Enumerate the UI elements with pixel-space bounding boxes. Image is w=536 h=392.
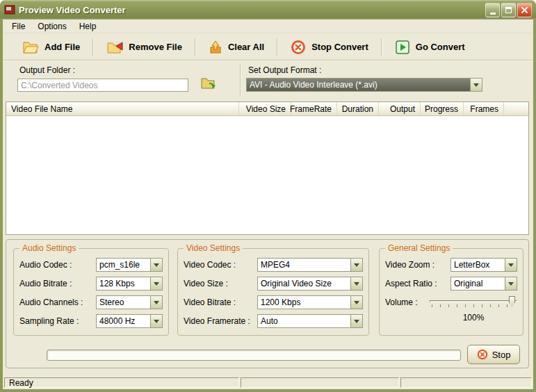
chevron-down-icon[interactable]	[150, 259, 162, 271]
column-header-progress[interactable]: Progress	[421, 102, 464, 115]
close-button[interactable]	[517, 3, 532, 17]
progress-bar	[47, 350, 461, 361]
column-header-video-size[interactable]: Video Size	[239, 102, 291, 115]
chevron-glyph	[154, 263, 159, 267]
video-framerate-row: Video Framerate : Auto	[184, 314, 363, 328]
status-panel-2	[241, 377, 399, 388]
sampling-rate-row: Sampling Rate : 48000 Hz	[19, 314, 163, 328]
stop-button[interactable]: Stop	[467, 345, 520, 364]
chevron-down-icon[interactable]	[150, 277, 162, 290]
audio-channels-select[interactable]: Stereo	[96, 295, 163, 309]
audio-bitrate-select[interactable]: 128 Kbps	[96, 277, 163, 291]
add-file-icon	[22, 40, 39, 54]
video-zoom-value: LetterBox	[451, 259, 505, 271]
status-panel-main: Ready	[4, 377, 239, 388]
menu-options[interactable]: Options	[31, 20, 72, 33]
chevron-down-icon[interactable]	[350, 277, 362, 290]
chevron-down-icon[interactable]	[505, 277, 517, 290]
video-size-select[interactable]: Original Video Size	[257, 277, 363, 291]
file-list-header: Video File Name Video Size FrameRate Dur…	[6, 102, 528, 116]
chevron-glyph	[354, 263, 359, 267]
video-settings-group: Video Settings Video Codec : MPEG4 Video…	[177, 248, 369, 336]
file-list: Video File Name Video Size FrameRate Dur…	[6, 101, 529, 235]
audio-settings-group: Audio Settings Audio Codec : pcm_s16le A…	[13, 248, 169, 336]
volume-slider[interactable]	[430, 296, 517, 309]
video-zoom-row: Video Zoom : LetterBox	[385, 258, 517, 272]
video-framerate-label: Video Framerate :	[184, 316, 250, 326]
column-header-video-file-name[interactable]: Video File Name	[6, 102, 239, 115]
output-format-value: AVI - Audio Video Interleave (*.avi)	[247, 79, 470, 91]
chevron-down-icon[interactable]	[505, 259, 517, 271]
video-zoom-label: Video Zoom :	[385, 260, 435, 270]
audio-channels-row: Audio Channels : Stereo	[19, 295, 163, 309]
stop-convert-button[interactable]: Stop Convert	[279, 37, 380, 58]
stop-convert-icon	[291, 40, 306, 55]
clear-all-icon	[209, 40, 222, 54]
output-format-select[interactable]: AVI - Audio Video Interleave (*.avi)	[246, 78, 482, 92]
clear-all-button[interactable]: Clear All	[197, 37, 275, 58]
sampling-rate-value: 48000 Hz	[97, 315, 150, 327]
add-file-label: Add File	[44, 42, 80, 52]
titlebar[interactable]: Proview Video Converter	[0, 0, 536, 19]
video-framerate-select[interactable]: Auto	[257, 314, 363, 328]
column-header-frames[interactable]: Frames	[464, 102, 504, 115]
video-bitrate-value: 1200 Kbps	[258, 296, 350, 309]
output-folder-input[interactable]	[17, 79, 188, 92]
maximize-button[interactable]	[501, 3, 516, 17]
column-header-filler	[504, 102, 528, 115]
audio-codec-row: Audio Codec : pcm_s16le	[19, 258, 163, 272]
volume-row: Volume :	[385, 295, 517, 309]
sampling-rate-select[interactable]: 48000 Hz	[96, 314, 163, 328]
toolbar-separator	[381, 38, 382, 56]
window-controls	[485, 3, 532, 17]
column-header-framerate[interactable]: FrameRate	[291, 102, 337, 115]
video-size-row: Video Size : Original Video Size	[184, 277, 363, 291]
video-zoom-select[interactable]: LetterBox	[450, 258, 517, 272]
minimize-button[interactable]	[485, 3, 500, 17]
audio-codec-value: pcm_s16le	[97, 259, 150, 271]
chevron-down-icon[interactable]	[350, 259, 362, 271]
output-format-label: Set Output Format :	[248, 65, 321, 75]
column-header-duration[interactable]: Duration	[337, 102, 379, 115]
stop-button-label: Stop	[492, 350, 511, 360]
chevron-glyph	[354, 301, 359, 304]
video-codec-label: Video Codec :	[184, 260, 236, 270]
chevron-down-icon[interactable]	[350, 315, 362, 327]
audio-codec-select[interactable]: pcm_s16le	[96, 258, 163, 272]
toolbar-separator	[195, 38, 196, 56]
chevron-down-icon[interactable]	[150, 296, 162, 309]
stop-convert-label: Stop Convert	[311, 42, 368, 52]
aspect-ratio-select[interactable]: Original	[450, 277, 517, 291]
volume-percent: 100%	[430, 313, 517, 322]
toolbar-separator	[277, 38, 278, 56]
remove-file-button[interactable]: Remove File	[95, 37, 193, 58]
file-list-body[interactable]	[6, 116, 528, 234]
slider-track	[430, 300, 517, 302]
video-bitrate-select[interactable]: 1200 Kbps	[257, 295, 363, 309]
chevron-down-icon[interactable]	[470, 79, 482, 91]
video-bitrate-row: Video Bitrate : 1200 Kbps	[184, 295, 363, 309]
video-settings-title: Video Settings	[184, 243, 243, 253]
column-header-output[interactable]: Output	[379, 102, 421, 115]
chevron-down-icon[interactable]	[150, 315, 162, 327]
status-panel-3	[400, 377, 532, 388]
aspect-ratio-value: Original	[451, 277, 505, 290]
browse-folder-button[interactable]	[200, 76, 217, 90]
go-convert-button[interactable]: Go Convert	[384, 37, 476, 58]
menubar: File Options Help	[3, 19, 533, 33]
chevron-glyph	[154, 301, 159, 304]
chevron-down-icon[interactable]	[350, 296, 362, 309]
general-settings-group: General Settings Video Zoom : LetterBox …	[379, 248, 523, 336]
video-codec-select[interactable]: MPEG4	[257, 258, 363, 272]
stop-icon	[477, 349, 488, 360]
output-section: Output Folder : Set Output Format : AVI …	[3, 61, 533, 100]
menu-help[interactable]: Help	[73, 20, 103, 33]
aspect-ratio-label: Aspect Ratio :	[385, 279, 437, 288]
add-file-button[interactable]: Add File	[11, 37, 91, 58]
app-window: Proview Video Converter File Options Hel…	[0, 0, 536, 392]
audio-bitrate-value: 128 Kbps	[97, 277, 150, 290]
toolbar: Add File Remove File Clear All	[3, 34, 533, 60]
menu-file[interactable]: File	[6, 20, 31, 33]
window-title: Proview Video Converter	[19, 5, 485, 15]
general-settings-title: General Settings	[385, 243, 453, 253]
